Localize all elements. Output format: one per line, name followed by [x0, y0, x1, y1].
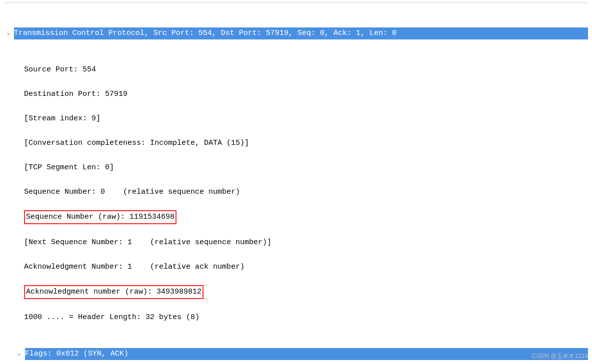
field-seq-num-raw[interactable]: Sequence Number (raw): 1191534698	[4, 210, 589, 224]
flags-header-row[interactable]: ⌄ Flags: 0x012 (SYN, ACK)	[4, 348, 589, 360]
field-ack-num-raw[interactable]: Acknowledgment number (raw): 3493989812	[4, 285, 589, 299]
field-hdr-len[interactable]: 1000 .... = Header Length: 32 bytes (8)	[4, 311, 589, 324]
packet-details-pane[interactable]: ⌄ Transmission Control Protocol, Src Por…	[4, 2, 589, 364]
chevron-down-icon[interactable]: ⌄	[5, 29, 12, 38]
flags-header-text: Flags: 0x012 (SYN, ACK)	[25, 348, 588, 360]
field-src-port[interactable]: Source Port: 554	[4, 63, 589, 76]
field-conv-completeness[interactable]: [Conversation completeness: Incomplete, …	[4, 137, 589, 149]
field-seq-num[interactable]: Sequence Number: 0 (relative sequence nu…	[4, 186, 589, 198]
tcp-header-text: Transmission Control Protocol, Src Port:…	[14, 27, 588, 39]
field-dst-port[interactable]: Destination Port: 57919	[4, 88, 589, 100]
field-next-seq[interactable]: [Next Sequence Number: 1 (relative seque…	[4, 236, 589, 249]
watermark-text: CSDN @玉米木1214	[532, 352, 588, 361]
tcp-header-row[interactable]: ⌄ Transmission Control Protocol, Src Por…	[4, 27, 589, 39]
field-ack-num[interactable]: Acknowledgment Number: 1 (relative ack n…	[4, 261, 589, 273]
field-stream-index[interactable]: [Stream index: 9]	[4, 112, 589, 125]
packet-tree: ⌄ Transmission Control Protocol, Src Por…	[4, 3, 589, 364]
chevron-down-icon[interactable]: ⌄	[16, 350, 23, 359]
highlight-box: Sequence Number (raw): 1191534698	[24, 210, 176, 224]
highlight-box: Acknowledgment number (raw): 3493989812	[24, 285, 204, 299]
field-tcp-seg-len[interactable]: [TCP Segment Len: 0]	[4, 161, 589, 174]
